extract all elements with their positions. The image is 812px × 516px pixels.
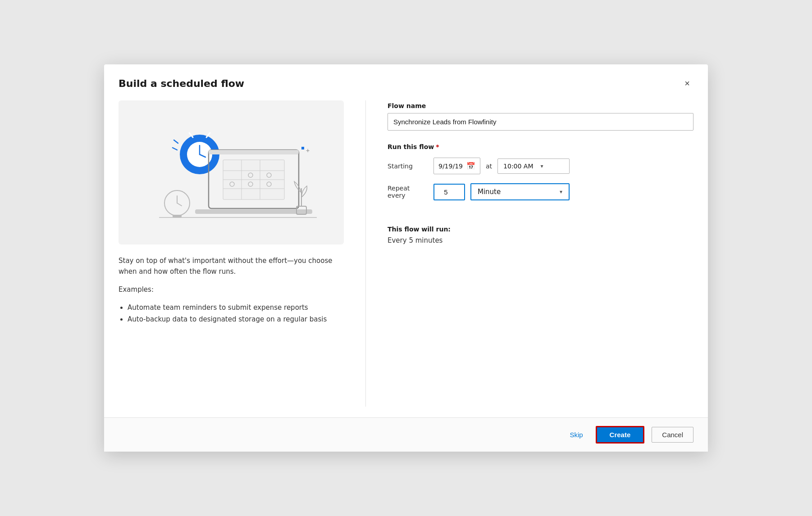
svg-line-6	[173, 148, 177, 150]
time-chevron-icon: ▾	[541, 163, 543, 169]
repeat-unit-chevron-icon: ▾	[560, 189, 562, 195]
run-flow-label: Run this flow*	[388, 143, 693, 150]
svg-rect-9	[209, 150, 299, 154]
svg-line-25	[177, 203, 182, 206]
dialog-footer: Skip Create Cancel	[104, 417, 708, 452]
svg-rect-22	[301, 147, 304, 149]
examples-label: Examples:	[119, 284, 344, 295]
starting-label: Starting	[388, 163, 428, 170]
close-button[interactable]: ×	[681, 77, 693, 90]
starting-row: Starting 9/19/19 📅 at 10:00 AM ▾	[388, 158, 693, 174]
repeat-number-input[interactable]	[433, 184, 465, 200]
vertical-divider	[365, 100, 366, 407]
repeat-every-label: Repeat every	[388, 185, 428, 199]
create-button[interactable]: Create	[596, 426, 645, 444]
time-select[interactable]: 10:00 AM ▾	[497, 158, 570, 174]
time-value: 10:00 AM	[503, 163, 533, 170]
illustration-svg: +	[146, 109, 317, 235]
flow-name-section: Flow name	[388, 102, 693, 131]
flow-name-label: Flow name	[388, 102, 693, 109]
flow-name-input[interactable]	[388, 113, 693, 131]
example-item-2: Auto-backup data to designated storage o…	[128, 314, 344, 326]
flow-will-run-title: This flow will run:	[388, 226, 693, 233]
date-value: 9/19/19	[438, 163, 463, 170]
at-label: at	[486, 163, 492, 170]
dialog-header: Build a scheduled flow ×	[104, 64, 708, 90]
repeat-unit-select[interactable]: Minute ▾	[470, 183, 570, 200]
cancel-button[interactable]: Cancel	[652, 427, 693, 443]
illustration: +	[119, 100, 344, 244]
dialog: Build a scheduled flow ×	[104, 64, 708, 452]
repeat-unit-value: Minute	[478, 188, 501, 196]
skip-button[interactable]: Skip	[564, 427, 588, 442]
svg-text:+: +	[306, 147, 310, 154]
flow-will-run-value: Every 5 minutes	[388, 236, 693, 244]
flow-will-run-section: This flow will run: Every 5 minutes	[388, 226, 693, 244]
left-panel: + Stay on top of what's important withou…	[119, 100, 344, 407]
svg-rect-26	[173, 215, 182, 217]
calendar-icon: 📅	[466, 162, 475, 170]
svg-rect-21	[195, 209, 312, 214]
dialog-body: + Stay on top of what's important withou…	[104, 90, 708, 417]
left-description: Stay on top of what's important without …	[119, 255, 344, 325]
run-flow-section: Run this flow* Starting 9/19/19 📅 at 10:…	[388, 143, 693, 213]
example-item-1: Automate team reminders to submit expens…	[128, 302, 344, 314]
right-panel: Flow name Run this flow* Starting 9/19/1…	[388, 100, 693, 407]
repeat-row: Repeat every Minute ▾	[388, 183, 693, 200]
dialog-title: Build a scheduled flow	[119, 78, 244, 89]
svg-line-7	[174, 140, 178, 143]
date-picker[interactable]: 9/19/19 📅	[433, 158, 480, 174]
examples-list: Automate team reminders to submit expens…	[119, 302, 344, 325]
